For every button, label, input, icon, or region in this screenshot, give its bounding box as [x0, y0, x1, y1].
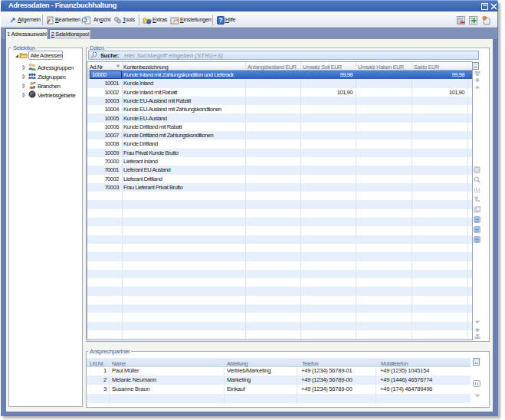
svg-text:?: ? — [218, 16, 222, 24]
